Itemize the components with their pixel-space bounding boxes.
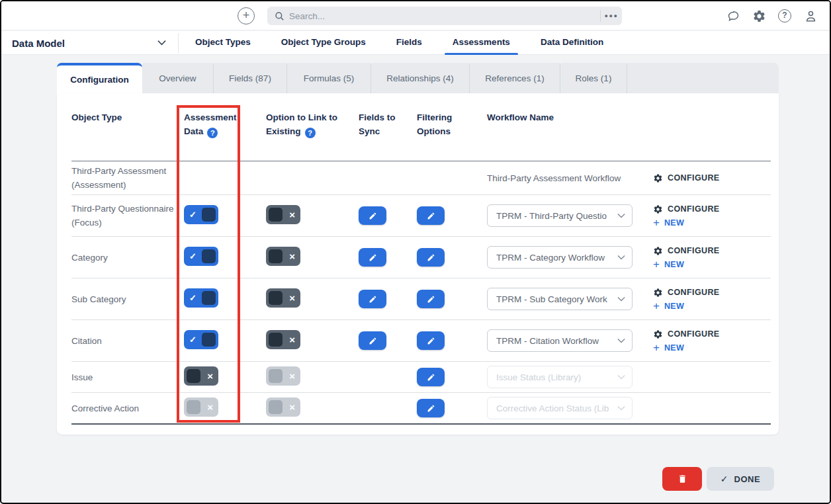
link-to-existing-toggle: × [266, 366, 300, 386]
gear-icon [653, 173, 663, 183]
check-icon: ✓ [721, 474, 728, 484]
fields-to-sync-cell [359, 248, 417, 267]
delete-button[interactable] [662, 467, 702, 491]
link-to-existing-toggle[interactable]: × [266, 205, 300, 224]
actions-cell: CONFIGURE [643, 173, 771, 183]
tab-overview[interactable]: Overview [142, 63, 214, 93]
filtering-options-edit-button[interactable] [417, 290, 445, 308]
actions-cell: CONFIGURE+NEW [643, 288, 771, 311]
column-header-line: Object Type [71, 110, 184, 124]
toggle-knob [269, 369, 283, 383]
help-badge-icon[interactable]: ? [207, 128, 218, 138]
module-nav: Data Model Object TypesObject Type Group… [1, 31, 830, 55]
tab-references-1[interactable]: References (1) [470, 63, 560, 93]
user-icon[interactable] [803, 9, 818, 23]
filtering-options-edit-button[interactable] [417, 248, 445, 267]
column-header-option-to-link-to-existing: Option to Link toExisting? [266, 110, 359, 161]
fields-to-sync-edit-button[interactable] [359, 331, 386, 350]
tab-relationships-4[interactable]: Relationships (4) [371, 63, 470, 93]
assessment-data-toggle[interactable]: ✓ [184, 330, 218, 349]
object-type-cell: Citation [71, 334, 184, 348]
workflow-select[interactable]: TPRM - Third-Party Questio [487, 204, 633, 227]
x-icon: × [289, 292, 295, 304]
nav-item-object-type-groups[interactable]: Object Type Groups [266, 31, 381, 55]
plus-icon: + [653, 260, 660, 269]
gear-icon [653, 329, 663, 339]
fields-to-sync-edit-button[interactable] [359, 206, 386, 225]
assessment-data-toggle[interactable]: ✓ [184, 205, 218, 224]
nav-item-assessments[interactable]: Assessments [437, 31, 525, 55]
nav-item-fields[interactable]: Fields [381, 31, 437, 55]
toggle-knob [202, 333, 216, 347]
fields-to-sync-edit-button[interactable] [359, 248, 386, 267]
x-icon: × [289, 251, 295, 262]
link-to-existing-toggle[interactable]: × [266, 247, 300, 266]
new-label: NEW [664, 302, 684, 311]
filtering-options-edit-button[interactable] [417, 368, 445, 386]
configure-button[interactable]: CONFIGURE [653, 246, 771, 256]
workflow-select-value: TPRM - Category Workflow [496, 253, 617, 263]
new-button[interactable]: +NEW [653, 343, 771, 353]
row-actions: CONFIGURE+NEW [653, 329, 771, 353]
configure-button[interactable]: CONFIGURE [653, 329, 771, 339]
nav-tabs: Object TypesObject Type GroupsFieldsAsse… [180, 31, 619, 55]
nav-item-data-definition[interactable]: Data Definition [525, 31, 619, 55]
settings-icon[interactable] [752, 9, 766, 23]
add-circle-icon[interactable]: + [238, 7, 255, 24]
kebab-icon[interactable]: ●●● [601, 13, 622, 19]
tab-fields-87[interactable]: Fields (87) [214, 63, 287, 93]
tab-strip: ConfigurationOverviewFields (87)Formulas… [57, 63, 779, 93]
assessment-data-cell: × [184, 398, 266, 419]
tab-configuration[interactable]: Configuration [57, 63, 142, 93]
workflow-select-value: Issue Status (Library) [496, 372, 617, 382]
assessment-data-toggle[interactable]: ✓ [184, 288, 218, 308]
configure-label: CONFIGURE [668, 288, 720, 297]
row-actions: CONFIGURE+NEW [653, 246, 771, 269]
x-icon: × [289, 401, 295, 413]
tab-formulas-5[interactable]: Formulas (5) [287, 63, 371, 93]
workflow-select[interactable]: TPRM - Category Workflow [487, 246, 633, 269]
filtering-options-edit-button[interactable] [417, 399, 445, 417]
search-input[interactable] [284, 11, 600, 21]
configure-button[interactable]: CONFIGURE [653, 204, 771, 214]
assessment-data-toggle[interactable]: ✓ [184, 247, 218, 266]
new-button[interactable]: +NEW [653, 218, 771, 228]
object-type-name: Sub Category [71, 292, 184, 306]
link-to-existing-cell: × [266, 330, 359, 352]
done-button[interactable]: ✓ DONE [707, 467, 774, 491]
link-to-existing-toggle[interactable]: × [266, 288, 300, 308]
toggle-knob [202, 291, 216, 305]
workflow-select[interactable]: TPRM - Citation Workflow [487, 329, 633, 352]
gear-icon [653, 246, 663, 256]
filtering-options-edit-button[interactable] [417, 331, 445, 350]
fields-to-sync-edit-button[interactable] [359, 290, 386, 308]
search-bar: ●●● [267, 7, 622, 25]
link-to-existing-toggle[interactable]: × [266, 330, 300, 349]
column-header-line: Data? [184, 124, 266, 138]
plus-icon: + [653, 302, 660, 311]
new-button[interactable]: +NEW [653, 302, 771, 311]
configure-button[interactable]: CONFIGURE [653, 173, 771, 183]
pencil-icon [369, 337, 377, 345]
plus-icon: + [653, 343, 660, 353]
workflow-select[interactable]: TPRM - Sub Category Work [487, 288, 633, 310]
nav-item-object-types[interactable]: Object Types [180, 31, 266, 55]
chat-icon[interactable] [726, 9, 740, 23]
filtering-options-edit-button[interactable] [417, 206, 445, 225]
new-button[interactable]: +NEW [653, 260, 771, 269]
toggle-knob [187, 369, 200, 383]
help-badge-icon[interactable]: ? [305, 128, 316, 138]
check-icon: ✓ [189, 293, 197, 303]
data-model-menu[interactable]: Data Model [1, 31, 178, 55]
assessment-data-toggle[interactable]: × [184, 366, 218, 386]
configure-button[interactable]: CONFIGURE [653, 288, 771, 298]
object-type-cell: Issue [71, 370, 184, 384]
table-header: Object TypeAssessmentData?Option to Link… [71, 93, 771, 161]
column-header-line: Filtering [417, 110, 487, 124]
workflow-name-cell: Corrective Action Status (Lib [487, 397, 643, 419]
workflow-name-cell: Third-Party Assessment Workflow [487, 172, 643, 184]
tab-roles-1[interactable]: Roles (1) [560, 63, 627, 93]
configuration-panel: Object TypeAssessmentData?Option to Link… [57, 93, 779, 435]
column-header-assessment-data: AssessmentData? [184, 110, 266, 161]
help-icon[interactable]: ? [777, 9, 792, 23]
